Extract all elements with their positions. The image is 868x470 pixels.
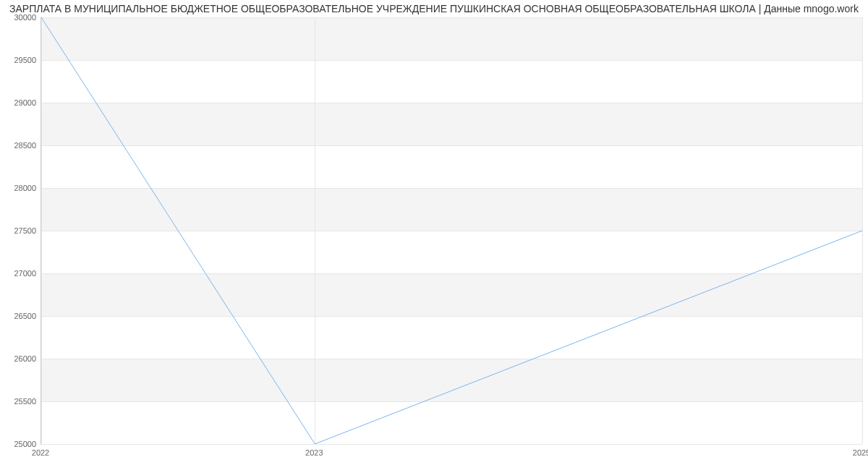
y-tick-label: 28500	[4, 141, 36, 150]
chart-title: ЗАРПЛАТА В МУНИЦИПАЛЬНОЕ БЮДЖЕТНОЕ ОБЩЕО…	[0, 3, 868, 14]
y-tick-label: 25000	[4, 440, 36, 448]
y-tick-label: 26500	[4, 312, 36, 320]
y-tick-label: 27000	[4, 269, 36, 278]
x-tick-label: 2025	[853, 448, 868, 457]
series-line-layer	[41, 17, 862, 444]
y-tick-label: 28000	[4, 184, 36, 192]
series-line	[41, 17, 862, 444]
y-tick-label: 25500	[4, 397, 36, 406]
y-tick-label: 27500	[4, 226, 36, 235]
grid-line-horizontal	[41, 444, 862, 445]
y-tick-label: 29000	[4, 98, 36, 107]
plot-area	[41, 17, 862, 445]
y-tick-label: 30000	[4, 13, 36, 22]
chart-container: ЗАРПЛАТА В МУНИЦИПАЛЬНОЕ БЮДЖЕТНОЕ ОБЩЕО…	[0, 0, 868, 470]
x-tick-label: 2022	[32, 448, 49, 457]
y-tick-label: 26000	[4, 354, 36, 363]
x-tick-label: 2023	[305, 448, 323, 457]
y-tick-label: 29500	[4, 56, 36, 64]
